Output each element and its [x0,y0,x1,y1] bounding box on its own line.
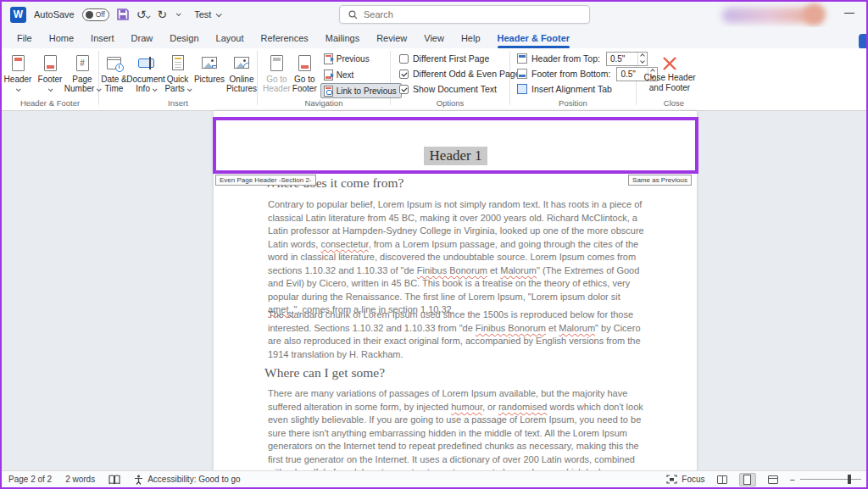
save-icon[interactable] [117,8,129,20]
redo-icon[interactable]: ↻ [157,8,167,20]
zoom-track[interactable] [800,479,861,481]
ribbon-edge-button[interactable] [859,34,866,49]
checkbox-icon [399,54,409,64]
document-title-chevron-icon [216,11,222,17]
search-icon [348,10,358,19]
zoom-thumb[interactable] [848,475,851,484]
header-text-selected[interactable]: Header 1 [424,147,488,165]
quick-access-overflow-icon[interactable] [176,11,181,16]
doc-paragraph-2: The standard chunk of Lorem Ipsum used s… [268,308,651,361]
zoom-out-icon[interactable]: − [790,475,795,485]
group-label-position: Position [510,98,636,108]
quick-parts-icon [172,53,184,73]
header-from-top-icon [517,53,527,64]
document-canvas: Header 1 Even Page Header -Section 2- Sa… [2,111,866,470]
undo-dropdown-icon[interactable] [146,14,151,19]
minimize-button[interactable]: — [844,7,854,19]
ribbon-tab-row: File Home Insert Draw Design Layout Refe… [2,27,866,48]
tab-help[interactable]: Help [453,30,489,47]
online-pictures-button[interactable]: Online Pictures [226,51,257,93]
print-layout-icon [743,475,751,485]
page-number-icon: # [76,53,89,73]
group-header-footer: Header Footer # Page Number Header & Foo… [2,48,98,110]
page-indicator[interactable]: Page 2 of 2 [8,475,52,484]
page-header-region[interactable]: Header 1 [213,117,698,174]
insert-alignment-tab-icon [517,84,527,94]
doc-heading-2: Where can I get some? [264,365,385,381]
tab-draw[interactable]: Draw [123,30,162,47]
document-title[interactable]: Test [194,9,220,19]
go-to-footer-button[interactable]: Go to Footer [292,51,317,98]
pictures-button[interactable]: Pictures [194,51,225,93]
tab-home[interactable]: Home [41,30,82,47]
search-bar[interactable] [339,5,590,24]
web-layout-button[interactable] [765,473,782,486]
group-label-insert: Insert [99,98,257,108]
insert-alignment-tab-button[interactable]: Insert Alignment Tab [510,81,636,97]
undo-icon[interactable]: ↺ [136,8,150,20]
quick-parts-button[interactable]: Quick Parts [163,51,192,93]
link-to-previous-icon [324,86,333,97]
tab-header-footer[interactable]: Header & Footer [489,30,579,47]
read-mode-icon [717,475,727,484]
proofing-icon[interactable] [108,475,120,485]
ribbon: Header Footer # Page Number Header & Foo… [2,48,866,111]
toggle-knob [86,11,93,19]
footer-from-bottom-icon [517,69,527,79]
next-icon [324,69,333,81]
previous-button[interactable]: Previous [320,51,402,66]
autosave-toggle[interactable]: Off [82,8,109,21]
group-position: Header from Top: Footer from Bottom: Ins… [510,48,636,110]
footer-icon [44,53,57,73]
date-time-icon [107,53,121,73]
tab-insert[interactable]: Insert [82,30,123,47]
user-name-blurred [722,8,815,23]
tab-view[interactable]: View [415,30,453,47]
group-label-header-footer: Header & Footer [2,98,98,108]
close-header-footer-button[interactable]: Close Header and Footer [637,51,703,92]
tab-file[interactable]: File [8,30,41,47]
doc-paragraph-1: Contrary to popular belief, Lorem Ipsum … [268,198,651,317]
online-pictures-icon [234,53,249,73]
accessibility-status[interactable]: Accessibility: Good to go [134,475,241,485]
header-from-top-input[interactable] [607,54,637,64]
zoom-slider[interactable]: − [790,475,861,485]
focus-button[interactable]: Focus [666,475,704,484]
tab-references[interactable]: References [253,30,317,47]
tab-layout[interactable]: Layout [208,30,253,47]
read-mode-button[interactable] [714,473,731,486]
group-label-options: Options [391,98,509,108]
date-time-button[interactable]: Date & Time [99,51,129,93]
title-bar: W AutoSave Off ↺ ↻ Test — [2,2,866,27]
header-from-top-label: Header from Top: [531,53,600,64]
previous-icon [324,53,333,64]
print-layout-button[interactable] [739,473,756,486]
search-input[interactable] [364,9,550,19]
link-to-previous-button[interactable]: Link to Previous [320,83,402,98]
go-to-header-button[interactable]: Go to Header [263,51,291,98]
show-document-text-checkbox[interactable]: Show Document Text [391,81,509,97]
page-number-button[interactable]: # Page Number [67,51,97,93]
go-to-footer-icon [298,53,311,73]
next-button[interactable]: Next [320,67,402,82]
group-navigation: Go to Header Go to Footer Previous Next [258,48,390,110]
accessibility-icon [134,475,143,485]
avatar[interactable] [804,3,826,25]
group-options: Different First Page Different Odd & Eve… [391,48,509,110]
tab-mailings[interactable]: Mailings [317,30,368,47]
go-to-header-icon [270,53,283,73]
same-as-previous-tag: Same as Previous [628,175,692,186]
tab-review[interactable]: Review [368,30,415,47]
tab-design[interactable]: Design [161,30,207,47]
autosave-label: AutoSave [34,9,75,19]
group-label-navigation: Navigation [258,98,390,108]
word-count[interactable]: 2 words [65,475,95,484]
footer-button[interactable]: Footer [35,51,65,93]
different-odd-even-pages-checkbox[interactable]: Different Odd & Even Pages [391,66,509,81]
header-icon [12,53,25,73]
different-first-page-checkbox[interactable]: Different First Page [391,51,509,66]
document-info-button[interactable]: Document Info [131,51,161,93]
group-close: Close Header and Footer Close [637,48,711,110]
header-button[interactable]: Header [3,51,33,93]
header-dropdown-icon [16,86,21,92]
